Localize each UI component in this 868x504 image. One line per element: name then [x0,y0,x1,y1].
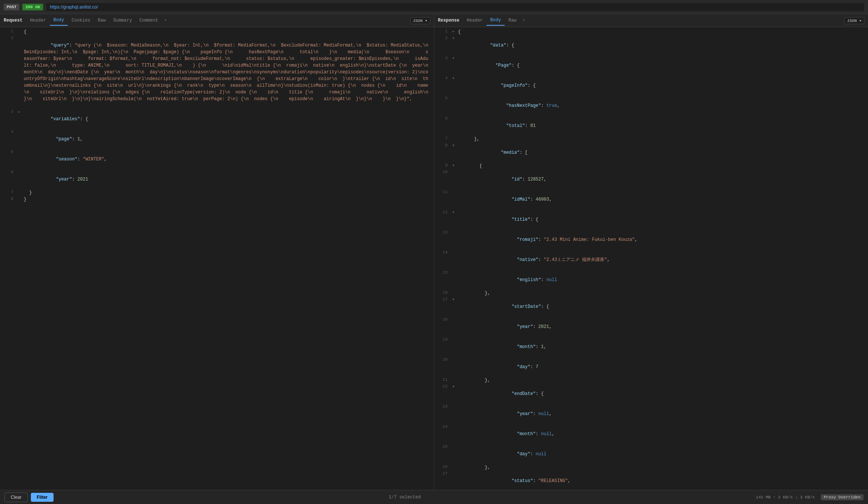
request-tab-add[interactable]: + [162,16,169,25]
selection-text: 1/7 selected [57,495,753,500]
resp-line-7: 7 }, [434,136,868,143]
tab-request-comment[interactable]: Comment [136,16,162,25]
tab-request-body[interactable]: Body [50,15,68,26]
response-format-selector[interactable]: JSON ▾ [844,17,864,24]
resp-line-12: 12 ▾ "title": { [434,210,868,230]
bottom-bar: Clear Filter 1/7 selected 142 MB ↑ 2 KB/… [0,490,868,504]
resp-line-25: 25 "day": null [434,444,868,464]
request-line-3: 3 ▸ "variables": { [0,109,434,129]
status-badge: 200 OK [22,4,43,10]
stats-area: 142 MB ↑ 2 KB/s ↓ 3 KB/s Proxy Overriden [756,494,864,500]
resp-line-9: 9 ▾ { [434,163,868,169]
request-line-6: 6 "year": 2021 [0,169,434,189]
request-panel: 1 { 2 "query": "query (\n $season: Media… [0,27,434,490]
resp-line-11: 11 "idMal": 46003, [434,189,868,210]
resp-line-26: 26 }, [434,464,868,471]
tab-request-cookies[interactable]: Cookies [68,16,94,25]
resp-line-18: 18 "year": 2021, [434,317,868,337]
resp-line-24: 24 "month": null, [434,424,868,444]
response-tab-add[interactable]: + [520,16,527,25]
resp-line-19: 19 "month": 1, [434,337,868,357]
resp-line-2: 2 ▾ "data": { [434,35,868,55]
request-line-2: 2 "query": "query (\n $season: MediaSeas… [0,35,434,109]
tab-response-header[interactable]: Header [463,16,486,25]
request-tab-bar: Request Header Body Cookies Raw Summary … [0,14,434,27]
request-format-selector[interactable]: JSON ▾ [410,17,430,24]
resp-line-21: 21 }, [434,377,868,384]
tab-response-raw[interactable]: Raw [505,16,520,25]
tab-request-header[interactable]: Header [26,16,49,25]
resp-line-14: 14 "native": "2.43ミニアニメ 福井弁講座", [434,250,868,270]
url-input[interactable] [46,3,864,11]
resp-line-1: 1 ▸ { [434,29,868,35]
resp-line-20: 20 "day": 7 [434,357,868,377]
tab-request-summary[interactable]: Summary [109,16,135,25]
network-stats: 142 MB ↑ 2 KB/s ↓ 3 KB/s [756,495,815,500]
panels-header: Request Header Body Cookies Raw Summary … [0,14,868,27]
main-content: 1 { 2 "query": "query (\n $season: Media… [0,27,868,490]
response-tab-bar: Response Header Body Raw + JSON ▾ [434,14,868,27]
request-line-1: 1 { [0,29,434,35]
tab-request-raw[interactable]: Raw [94,16,110,25]
resp-line-13: 13 "romaji": "2.43 Mini Anime: Fukui-ben… [434,230,868,250]
method-badge: POST [4,4,19,10]
resp-line-8: 8 ▾ "media": [ [434,143,868,163]
request-line-7: 7 } [0,189,434,196]
request-panel-title: Request [4,16,26,25]
resp-line-10: 10 "id": 128527, [434,169,868,189]
request-line-8: 8 } [0,196,434,203]
response-panel: 1 ▸ { 2 ▾ "data": { 3 ▾ "Page": { 4 [434,27,868,490]
resp-line-17: 17 ▾ "startDate": { [434,297,868,317]
filter-button[interactable]: Filter [31,493,54,502]
resp-line-23: 23 "year": null, [434,404,868,424]
resp-line-6: 6 "total": 81 [434,116,868,136]
resp-line-16: 16 }, [434,290,868,297]
top-bar: POST 200 OK [0,0,868,14]
resp-line-4: 4 ▾ "pageInfo": { [434,76,868,96]
resp-line-15: 15 "english": null [434,270,868,290]
resp-line-3: 3 ▾ "Page": { [434,55,868,76]
request-line-4: 4 "page": 1, [0,129,434,149]
proxy-badge: Proxy Overriden [821,494,864,500]
resp-line-27: 27 "status": "RELEASING", [434,471,868,490]
request-line-5: 5 "season": "WINTER", [0,149,434,169]
request-code-area[interactable]: 1 { 2 "query": "query (\n $season: Media… [0,27,434,490]
tab-response-body[interactable]: Body [486,15,505,26]
resp-line-22: 22 ▾ "endDate": { [434,384,868,404]
resp-line-5: 5 "hasNextPage": true, [434,96,868,116]
response-panel-title: Response [438,16,463,25]
response-code-area[interactable]: 1 ▸ { 2 ▾ "data": { 3 ▾ "Page": { 4 [434,27,868,490]
clear-button[interactable]: Clear [4,492,28,502]
